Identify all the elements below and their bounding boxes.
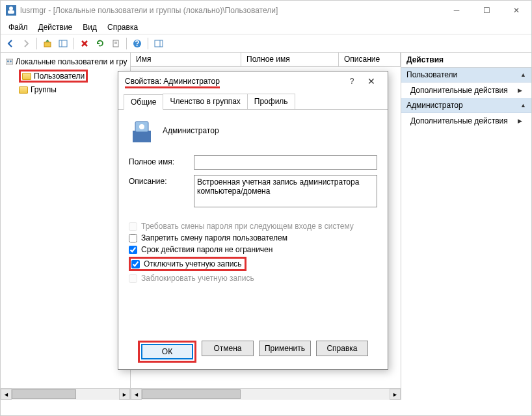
fullname-label: Полное имя: [129, 155, 194, 166]
svg-point-15 [10, 60, 12, 62]
tab-general[interactable]: Общие [124, 94, 163, 110]
chk-must-change: Требовать смены пароля при следующем вхо… [129, 222, 377, 231]
title-bar: lusrmgr - [Локальные пользователи и груп… [1, 1, 531, 20]
tree-pane: Локальные пользователи и группы (локальн… [1, 53, 131, 400]
toolbar: ? [1, 34, 531, 53]
svg-rect-2 [8, 10, 14, 14]
tree-root[interactable]: Локальные пользователи и группы (локальн… [3, 55, 127, 68]
dialog-help-button[interactable]: ? [342, 77, 362, 86]
dialog-body: Администратор Полное имя: Описание: Встр… [118, 110, 388, 293]
apply-button[interactable]: Применить [259, 341, 311, 356]
user-icon [129, 118, 155, 144]
users-groups-icon [6, 57, 13, 67]
chk-locked: Заблокировать учетную запись [129, 274, 377, 283]
tab-membership[interactable]: Членство в группах [163, 94, 247, 109]
folder-icon [22, 73, 31, 80]
svg-point-18 [139, 124, 144, 129]
chk-never-expires[interactable]: Срок действия пароля не ограничен [129, 245, 377, 254]
col-name[interactable]: Имя [131, 53, 241, 66]
dialog-titlebar[interactable]: Свойства: Администратор ? ✕ [118, 72, 388, 91]
help-button[interactable]: ? [130, 36, 144, 51]
svg-point-1 [9, 6, 13, 10]
chk-locked-box [129, 274, 137, 283]
minimize-button[interactable]: ─ [442, 1, 472, 20]
refresh-button[interactable] [93, 36, 107, 51]
submenu-icon: ▶ [518, 87, 522, 94]
actions-title: Действия [401, 53, 531, 68]
svg-rect-4 [59, 40, 67, 47]
chk-must-change-box [129, 222, 137, 231]
chk-never-expires-label: Срок действия пароля не ограничен [141, 245, 273, 254]
chk-locked-label: Заблокировать учетную запись [141, 274, 254, 283]
delete-button[interactable] [77, 36, 92, 51]
help-button[interactable]: Справка [316, 341, 368, 356]
up-button[interactable] [40, 36, 55, 51]
tab-profile[interactable]: Профиль [247, 94, 295, 109]
chk-cannot-change-box[interactable] [129, 234, 137, 242]
scroll-right-button[interactable]: ► [119, 389, 130, 400]
actions-pane: Действия Пользователи▲ Дополнительные де… [401, 53, 531, 400]
menu-action[interactable]: Действие [33, 21, 78, 33]
dialog-username: Администратор [163, 126, 219, 135]
col-fullname[interactable]: Полное имя [241, 53, 339, 66]
submenu-icon: ▶ [518, 118, 522, 124]
actions-pane-button[interactable] [152, 36, 166, 51]
actions-more-users-label: Дополнительные действия [410, 86, 508, 95]
export-button[interactable] [109, 36, 123, 51]
tree-node-users[interactable]: Пользователи [3, 68, 127, 84]
description-label: Описание: [129, 175, 194, 186]
folder-icon [19, 86, 28, 94]
tree-node-groups[interactable]: Группы [3, 84, 127, 96]
chk-cannot-change[interactable]: Запретить смену пароля пользователем [129, 233, 377, 242]
collapse-icon: ▲ [520, 102, 526, 109]
chk-never-expires-box[interactable] [129, 246, 137, 254]
tree-root-label: Локальные пользователи и группы (локальн… [16, 57, 127, 66]
actions-more-admin-label: Дополнительные действия [410, 116, 508, 125]
tree-hscroll[interactable]: ◄ ► [1, 388, 130, 400]
collapse-icon: ▲ [520, 72, 526, 78]
actions-more-users[interactable]: Дополнительные действия▶ [401, 83, 531, 98]
actions-group-users[interactable]: Пользователи▲ [401, 68, 531, 83]
actions-group-admin-label: Администратор [406, 101, 463, 110]
properties-dialog: Свойства: Администратор ? ✕ Общие Членст… [118, 71, 388, 370]
actions-more-admin[interactable]: Дополнительные действия▶ [401, 113, 531, 129]
scroll-left-button[interactable]: ◄ [1, 389, 12, 400]
menu-view[interactable]: Вид [77, 21, 102, 33]
show-hide-tree-button[interactable] [56, 36, 70, 51]
actions-group-users-label: Пользователи [406, 70, 457, 79]
list-hscroll[interactable]: ◄ ► [131, 388, 401, 400]
close-button[interactable]: ✕ [501, 1, 531, 20]
svg-point-14 [7, 60, 9, 62]
svg-rect-13 [6, 59, 13, 64]
dialog-buttons: ОК Отмена Применить Справка [118, 341, 388, 363]
actions-group-admin[interactable]: Администратор▲ [401, 98, 531, 113]
cancel-button[interactable]: Отмена [202, 341, 254, 356]
svg-rect-3 [44, 42, 51, 47]
fullname-input[interactable] [194, 155, 377, 170]
list-header: Имя Полное имя Описание [131, 53, 401, 67]
svg-rect-11 [155, 40, 163, 47]
menu-file[interactable]: Файл [3, 21, 33, 33]
tree-groups-label: Группы [31, 85, 57, 94]
forward-button[interactable] [19, 36, 33, 51]
chk-cannot-change-label: Запретить смену пароля пользователем [141, 233, 287, 242]
maximize-button[interactable]: ☐ [472, 1, 501, 20]
window-title: lusrmgr - [Локальные пользователи и груп… [20, 6, 442, 15]
svg-rect-16 [133, 131, 151, 142]
back-button[interactable] [3, 36, 18, 51]
chk-disable-account-box[interactable] [131, 260, 140, 268]
scroll-left-button[interactable]: ◄ [131, 389, 142, 400]
description-input[interactable]: Встроенная учетная запись администратора… [194, 175, 377, 207]
ok-button[interactable]: ОК [141, 344, 193, 359]
chk-must-change-label: Требовать смены пароля при следующем вхо… [141, 222, 354, 231]
svg-text:?: ? [135, 39, 139, 48]
chk-disable-account-label: Отключить учетную запись [144, 259, 242, 268]
tree-users-label: Пользователи [34, 72, 85, 81]
menu-bar: Файл Действие Вид Справка [1, 20, 531, 34]
scroll-right-button[interactable]: ► [390, 389, 401, 400]
menu-help[interactable]: Справка [102, 21, 143, 33]
dialog-tabs: Общие Членство в группах Профиль [118, 91, 388, 110]
dialog-title: Свойства: Администратор [125, 77, 220, 88]
col-desc[interactable]: Описание [339, 53, 401, 66]
dialog-close-button[interactable]: ✕ [362, 76, 381, 86]
